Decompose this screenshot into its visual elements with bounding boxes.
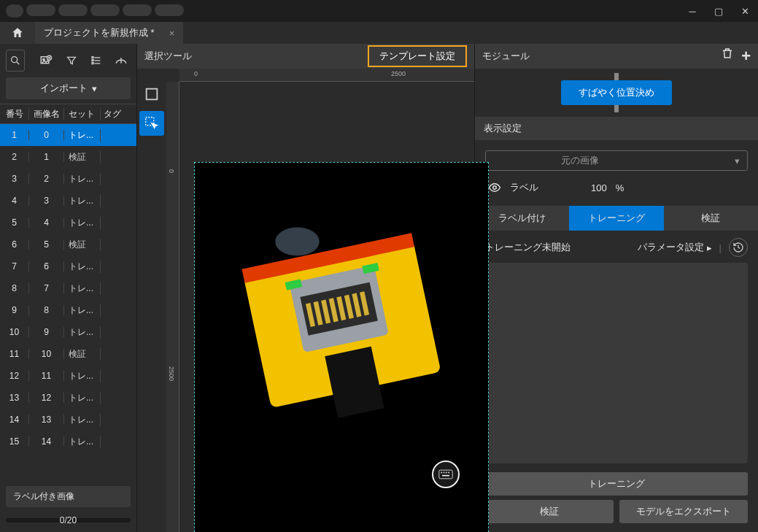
percent-symbol: % xyxy=(616,182,624,193)
svg-rect-34 xyxy=(448,472,449,474)
image-list-panel: インポート ▾ 番号 画像名 セット タグ 10トレ...21検証32トレ...… xyxy=(0,44,137,532)
menu-pill[interactable] xyxy=(90,4,120,16)
svg-rect-32 xyxy=(444,472,445,474)
param-settings-button[interactable]: パラメータ設定 ▸ xyxy=(638,241,712,254)
table-row[interactable]: 1110検証 xyxy=(0,343,136,365)
chevron-down-icon: ▾ xyxy=(92,83,97,94)
image-source-dropdown[interactable]: 元の画像 ▾ xyxy=(485,150,748,171)
svg-point-36 xyxy=(493,186,497,190)
table-row[interactable]: 98トレ... xyxy=(0,299,136,321)
module-label: モジュール xyxy=(482,50,530,63)
table-row[interactable]: 65検証 xyxy=(0,234,136,255)
svg-point-0 xyxy=(12,57,18,63)
table-row[interactable]: 1413トレ... xyxy=(0,409,136,431)
import-label: インポート xyxy=(40,82,88,95)
eye-icon[interactable] xyxy=(488,181,501,194)
tab-close-icon[interactable]: × xyxy=(169,28,175,39)
header-set[interactable]: セット xyxy=(64,108,101,120)
table-row[interactable]: 21検証 xyxy=(0,146,136,168)
image-add-icon[interactable] xyxy=(36,50,55,72)
table-row[interactable]: 76トレ... xyxy=(0,255,136,277)
progress-bar: 0/20 xyxy=(6,513,131,528)
delete-icon[interactable] xyxy=(721,47,734,66)
tab-title: プロジェクトを新規作成 * xyxy=(44,26,155,39)
svg-line-1 xyxy=(17,62,19,64)
tool-rectangle[interactable] xyxy=(139,82,164,107)
quick-position-button[interactable]: すばやく位置決め xyxy=(561,80,672,105)
search-button[interactable] xyxy=(6,50,25,72)
label-text: ラベル xyxy=(510,181,538,194)
labeled-images-button[interactable]: ラベル付き画像 xyxy=(6,486,131,507)
svg-rect-9 xyxy=(92,60,93,61)
select-tool-label: 選択ツール xyxy=(144,50,192,63)
training-graph xyxy=(485,263,748,463)
project-tab[interactable]: プロジェクトを新規作成 * × xyxy=(35,22,183,44)
keyboard-button[interactable] xyxy=(432,460,460,488)
svg-rect-8 xyxy=(92,57,93,58)
tab-training[interactable]: トレーニング xyxy=(569,206,663,231)
tab-bar: プロジェクトを新規作成 * × xyxy=(0,22,758,44)
module-panel: モジュール + すばやく位置決め 表示設定 元の画像 ▾ ラベル 100 xyxy=(475,44,758,532)
svg-rect-30 xyxy=(439,470,452,479)
home-button[interactable] xyxy=(0,22,35,44)
header-num[interactable]: 番号 xyxy=(0,108,29,120)
opacity-value: 100 xyxy=(591,182,607,193)
chevron-right-icon: ▸ xyxy=(707,242,712,253)
svg-rect-10 xyxy=(92,63,93,64)
minimize-icon[interactable]: ─ xyxy=(685,6,700,17)
progress-text: 0/20 xyxy=(60,515,77,525)
display-settings-header: 表示設定 xyxy=(475,117,758,140)
title-bar: ─ ▢ ✕ xyxy=(0,0,758,22)
training-button[interactable]: トレーニング xyxy=(485,472,748,496)
table-row[interactable]: 1514トレ... xyxy=(0,431,136,452)
close-icon[interactable]: ✕ xyxy=(738,6,752,17)
layout-icon[interactable] xyxy=(112,50,131,72)
add-icon[interactable]: + xyxy=(741,47,751,66)
maximize-icon[interactable]: ▢ xyxy=(711,6,726,17)
chevron-down-icon: ▾ xyxy=(735,155,740,166)
table-row[interactable]: 43トレ... xyxy=(0,190,136,212)
verify-button[interactable]: 検証 xyxy=(485,500,614,523)
table-header: 番号 画像名 セット タグ xyxy=(0,104,136,124)
tab-validation[interactable]: 検証 xyxy=(664,206,758,231)
menu-pill[interactable] xyxy=(6,4,23,18)
menu-pill[interactable] xyxy=(155,4,184,16)
export-model-button[interactable]: モデルをエクスポート xyxy=(619,500,748,523)
table-row[interactable]: 87トレ... xyxy=(0,277,136,299)
history-icon[interactable] xyxy=(729,238,748,257)
svg-rect-31 xyxy=(441,472,442,474)
table-row[interactable]: 109トレ... xyxy=(0,321,136,343)
menu-pill[interactable] xyxy=(123,4,152,16)
dropdown-value: 元の画像 xyxy=(561,154,599,167)
table-row[interactable]: 1312トレ... xyxy=(0,387,136,409)
svg-rect-33 xyxy=(446,472,447,474)
menu-pill[interactable] xyxy=(58,4,88,16)
tab-labeling[interactable]: ラベル付け xyxy=(475,206,569,231)
canvas-stage[interactable] xyxy=(179,82,474,532)
svg-rect-12 xyxy=(147,89,158,100)
table-row[interactable]: 32トレ... xyxy=(0,168,136,190)
table-row[interactable]: 1211トレ... xyxy=(0,365,136,387)
template-settings-button[interactable]: テンプレート設定 xyxy=(368,45,467,67)
canvas-panel: 選択ツール テンプレート設定 0 2500 0 2500 xyxy=(137,44,475,532)
header-name[interactable]: 画像名 xyxy=(29,108,64,120)
svg-rect-35 xyxy=(442,475,449,477)
training-status: トレーニング未開始 xyxy=(485,241,571,254)
menu-pills xyxy=(6,4,184,18)
import-button[interactable]: インポート ▾ xyxy=(6,77,131,99)
filter-icon[interactable] xyxy=(62,50,81,72)
ruler-vertical: 0 2500 xyxy=(166,82,179,532)
ruler-horizontal: 0 2500 xyxy=(179,69,474,82)
list-icon[interactable] xyxy=(87,50,106,72)
tool-select[interactable] xyxy=(139,111,164,136)
menu-pill[interactable] xyxy=(26,4,55,16)
table-row[interactable]: 54トレ... xyxy=(0,212,136,234)
table-row[interactable]: 10トレ... xyxy=(0,124,136,146)
svg-point-29 xyxy=(275,228,320,256)
header-tag[interactable]: タグ xyxy=(101,108,130,120)
